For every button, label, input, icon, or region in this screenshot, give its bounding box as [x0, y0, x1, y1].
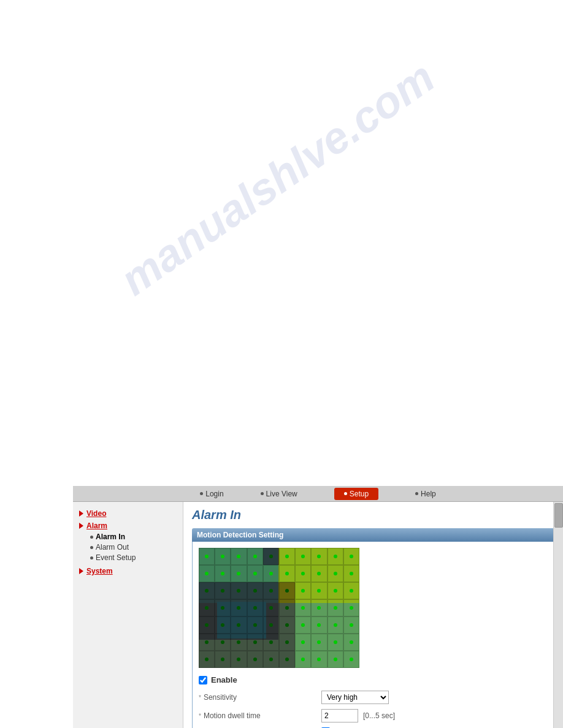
event-setup-bullet	[90, 556, 93, 559]
enable-row: Enable	[199, 675, 548, 684]
motion-detection-section: Motion Detection Setting	[192, 528, 554, 728]
sensitivity-label: Sensitivity	[199, 693, 321, 702]
sidebar-item-system[interactable]: System	[79, 567, 177, 575]
main-content: Alarm In Motion Detection Setting	[183, 502, 563, 728]
sidebar-item-video[interactable]: Video	[79, 509, 177, 518]
main-area: Video Alarm Alarm In Alarm Out Event Set…	[73, 502, 563, 728]
nav-help[interactable]: Help	[415, 490, 436, 498]
system-arrow-icon	[79, 568, 83, 574]
top-navigation: Login Live View Setup Help	[73, 486, 563, 502]
alarm-in-label: Alarm In	[96, 533, 125, 541]
scrollbar[interactable]	[553, 502, 563, 728]
nav-login-dot	[200, 492, 203, 495]
scrollbar-thumb[interactable]	[554, 503, 563, 528]
page-title: Alarm In	[192, 508, 554, 522]
dwell-time-unit: [0...5 sec]	[363, 711, 395, 720]
nav-login[interactable]: Login	[200, 490, 223, 498]
nav-liveview[interactable]: Live View	[261, 490, 297, 498]
dwell-time-input[interactable]	[321, 709, 358, 722]
dwell-time-value: [0...5 sec]	[321, 709, 395, 722]
motion-grid-overlay	[199, 548, 359, 668]
dwell-time-label-text: Motion dwell time	[204, 711, 261, 720]
nav-liveview-dot	[261, 492, 264, 495]
settings-table: Sensitivity Very high High Medium Low	[199, 691, 548, 728]
nav-login-label: Login	[205, 490, 223, 498]
sensitivity-value: Very high High Medium Low	[321, 691, 389, 704]
motion-detection-grid[interactable]	[199, 548, 359, 668]
sidebar-alarm-label: Alarm	[86, 521, 107, 530]
sidebar: Video Alarm Alarm In Alarm Out Event Set…	[73, 502, 183, 728]
section-body: Enable Sensitivity Very high High	[192, 542, 554, 728]
alarm-submenu: Alarm In Alarm Out Event Setup	[90, 533, 177, 562]
sidebar-item-alarm[interactable]: Alarm	[79, 521, 177, 530]
alarm-in-bullet	[90, 536, 93, 539]
alarm-out-label: Alarm Out	[96, 543, 129, 552]
section-header: Motion Detection Setting	[192, 528, 554, 542]
dwell-time-row: Motion dwell time [0...5 sec]	[199, 709, 548, 722]
submenu-alarm-out[interactable]: Alarm Out	[90, 543, 177, 552]
submenu-event-setup[interactable]: Event Setup	[90, 553, 177, 562]
enable-label: Enable	[211, 675, 237, 684]
alarm-out-bullet	[90, 546, 93, 549]
watermark: manualshlve.com	[111, 51, 443, 305]
nav-setup-dot	[344, 492, 347, 495]
sidebar-system-label: System	[86, 567, 113, 575]
event-setup-label: Event Setup	[96, 553, 136, 562]
enable-checkbox[interactable]	[199, 676, 207, 684]
video-arrow-icon	[79, 510, 83, 517]
nav-help-dot	[415, 492, 418, 495]
submenu-alarm-in[interactable]: Alarm In	[90, 533, 177, 541]
nav-setup-label: Setup	[350, 490, 369, 498]
dwell-time-label: Motion dwell time	[199, 711, 321, 720]
nav-setup[interactable]: Setup	[334, 488, 378, 500]
nav-help-label: Help	[421, 490, 436, 498]
alarm-arrow-icon	[79, 523, 83, 529]
nav-liveview-label: Live View	[266, 490, 297, 498]
sidebar-video-label: Video	[86, 509, 106, 518]
sensitivity-row: Sensitivity Very high High Medium Low	[199, 691, 548, 704]
sensitivity-label-text: Sensitivity	[204, 693, 237, 702]
sensitivity-select[interactable]: Very high High Medium Low	[321, 691, 389, 704]
